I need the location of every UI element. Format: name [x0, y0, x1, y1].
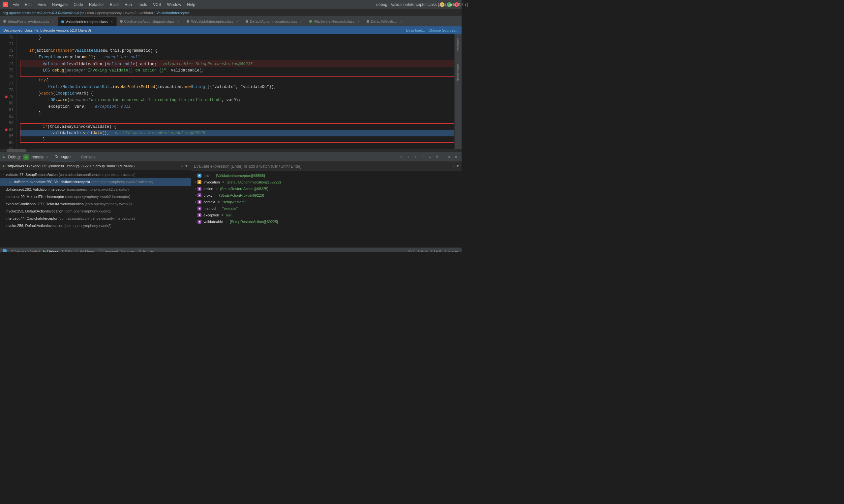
sidebar-notifications-label[interactable]: Notifications — [456, 61, 460, 83]
tab-http-servlet[interactable]: HttpServletRequest.class ✕ — [306, 17, 363, 26]
breadcrumb-part-4[interactable]: xwork2 — [125, 11, 137, 15]
tab-close-default-action[interactable]: ✕ — [300, 20, 302, 23]
status-indent[interactable]: 4 spaces — [444, 249, 459, 252]
frame-intercept-captcha[interactable]: intercept:44, CaptchaInterceptor (com.at… — [0, 215, 191, 222]
breadcrumb-part-6[interactable]: ValidationInterceptor — [157, 11, 190, 15]
tab-default-action-invocation[interactable]: DefaultActionInvocation.class ✕ — [242, 17, 306, 26]
var-invocation[interactable]: › ● invocation = {DefaultActionInvocatio… — [191, 179, 462, 185]
download-button[interactable]: Download... — [406, 28, 425, 32]
debug-step-over[interactable]: ↷ — [398, 154, 404, 160]
breadcrumb-part-1[interactable]: org.apache.struts.struts2-core-6.3.0-atl… — [3, 11, 84, 15]
right-sidebar: Database Notifications — [454, 34, 462, 149]
breadcrumb-part-3[interactable]: opensymphony — [97, 11, 122, 15]
menu-run[interactable]: Run — [122, 2, 135, 7]
frame-invoke-256[interactable]: invoke:256, DefaultActionInvocation (com… — [0, 222, 191, 229]
var-context[interactable]: › ■ context = "setup-restore" — [191, 199, 462, 205]
var-invocation-value: {DefaultActionInvocation@69222} — [226, 179, 281, 185]
menu-file[interactable]: File — [10, 2, 21, 7]
tab-close-confluence[interactable]: ✕ — [177, 20, 180, 23]
status-profiler[interactable]: ◷ Profiler — [138, 249, 154, 252]
eval-input[interactable] — [194, 164, 452, 169]
code-line-80: LOG.warn( message: "an exception occured… — [20, 97, 454, 104]
frame-validate[interactable]: › validate:47, SetupRestoreAction (com.a… — [0, 171, 191, 178]
tab-validation-interceptor[interactable]: ValidationInterceptor.class ✕ — [58, 17, 117, 26]
debug-tab-console[interactable]: Console — [78, 153, 99, 161]
var-invocation-arrow[interactable]: › — [195, 179, 196, 185]
frame-execute-conditional[interactable]: executeConditional:299, DefaultActionInv… — [0, 200, 191, 208]
status-position[interactable]: 85:1 — [408, 249, 415, 252]
var-validateable-arrow[interactable]: › — [195, 219, 196, 224]
var-proxy-arrow[interactable]: › — [195, 192, 196, 198]
tab-confluence-action-support[interactable]: ConfluenceActionSupport.class ✕ — [117, 17, 184, 26]
menu-edit[interactable]: Edit — [22, 2, 34, 7]
tab-close-websudo[interactable]: ✕ — [236, 20, 239, 23]
status-line-ending[interactable]: CRLF — [418, 249, 428, 252]
var-validateable[interactable]: › ■ validateable = {SetupRestoreAction@6… — [191, 218, 462, 225]
code-line-82: } — [20, 110, 454, 116]
var-exception[interactable]: › ■ exception = null — [191, 212, 462, 218]
frame-dobefore[interactable]: ⏸ ⬡ doBeforeInvocation:250, ValidationIn… — [0, 178, 191, 186]
var-context-arrow[interactable]: › — [195, 199, 196, 205]
debug-remote-tab[interactable]: remote — [31, 155, 44, 159]
status-debug[interactable]: ▶ Debug — [43, 249, 58, 252]
menu-tools[interactable]: Tools — [135, 2, 150, 7]
debug-step-out[interactable]: ↑ — [412, 154, 418, 160]
eval-dropdown-icon[interactable]: ▼ — [457, 164, 459, 169]
tab-setup-restore[interactable]: SetupRestoreAction.class ✕ — [0, 17, 58, 26]
status-bar: ⎇ Version Control ▶ Debug TODO ⚠ Problem… — [0, 247, 462, 252]
tab-default-web[interactable]: DefaultWebSu... ✕ — [363, 17, 406, 26]
debug-settings[interactable]: ⚙ — [446, 154, 452, 160]
choose-sources-button[interactable]: Choose Sources... — [429, 28, 459, 32]
editor-content: 70 71 72 73 74 75 76 77 78 79 80 81 82 8… — [0, 34, 454, 149]
debug-close[interactable]: ✕ — [453, 154, 459, 160]
var-action-arrow[interactable]: › — [195, 186, 196, 192]
debug-step-into[interactable]: ↓ — [405, 154, 411, 160]
menu-vcs[interactable]: VCS — [150, 2, 164, 7]
breadcrumb-part-2[interactable]: com — [87, 11, 94, 15]
var-action[interactable]: › ■ action = {SetupRestoreAction@69225} — [191, 185, 462, 192]
frame-invoke-253[interactable]: invoke:253, DefaultActionInvocation (com… — [0, 208, 191, 215]
tab-close-setup-restore[interactable]: ✕ — [52, 20, 54, 23]
frame-dointercept[interactable]: doIntercept:262, ValidationInterceptor (… — [0, 186, 191, 193]
status-encoding[interactable]: UTF-8 — [431, 249, 441, 252]
eval-add-icon[interactable]: + — [452, 164, 455, 169]
debug-run-cursor[interactable]: ⊢ — [420, 154, 426, 160]
var-proxy[interactable]: › ■ proxy = {StrutsActionProxy@69223} — [191, 192, 462, 199]
menu-navigate[interactable]: Navigate — [49, 2, 70, 7]
tab-close-validation[interactable]: ✕ — [110, 20, 113, 23]
status-version-control[interactable]: ⎇ Version Control — [10, 249, 40, 252]
thread-run-icon: ▶ — [3, 164, 5, 168]
tab-websudo[interactable]: WebSudoInterceptor.class ✕ — [183, 17, 242, 26]
debug-tab-debugger[interactable]: Debugger — [51, 153, 75, 161]
var-proxy-eq: = — [214, 192, 217, 198]
breadcrumb-part-5[interactable]: validator — [139, 11, 153, 15]
line-num-81: 81 — [3, 107, 14, 113]
menu-window[interactable]: Window — [165, 2, 184, 7]
debug-frames[interactable]: ≡ — [427, 154, 433, 160]
thread-dropdown-icon[interactable]: ▼ — [185, 164, 188, 168]
var-action-eq: = — [216, 186, 218, 192]
debug-close-remote[interactable]: ✕ — [47, 155, 49, 159]
tab-close-default-web[interactable]: ✕ — [400, 20, 402, 23]
status-problems[interactable]: ⚠ Problems — [75, 249, 94, 252]
frame-intercept-method-filter[interactable]: intercept:99, MethodFilterInterceptor (c… — [0, 193, 191, 200]
var-method[interactable]: › ■ method = "execute" — [191, 205, 462, 212]
status-terminal[interactable]: ⬛ Terminal — [98, 249, 118, 252]
debug-vars[interactable]: ≣ — [434, 154, 440, 160]
var-this-arrow[interactable]: › — [195, 173, 196, 179]
var-this[interactable]: › ● this = {ValidationInterceptor@68568} — [191, 172, 462, 179]
status-services[interactable]: Services — [121, 249, 135, 252]
tab-close-http-servlet[interactable]: ✕ — [357, 20, 360, 23]
scrollbar-thumb[interactable] — [6, 149, 27, 152]
menu-help[interactable]: Help — [184, 2, 198, 7]
menu-build[interactable]: Build — [107, 2, 121, 7]
menu-view[interactable]: View — [35, 2, 49, 7]
status-todo[interactable]: TODO — [61, 249, 72, 252]
menu-code[interactable]: Code — [71, 2, 86, 7]
tab-icon-validation — [61, 20, 64, 23]
menu-refactor[interactable]: Refactor — [86, 2, 106, 7]
position-label: 85:1 — [408, 249, 415, 252]
sidebar-database-label[interactable]: Database — [456, 36, 460, 54]
horizontal-scrollbar[interactable] — [0, 149, 462, 152]
thread-filter-icon[interactable]: ▽ — [181, 164, 183, 168]
